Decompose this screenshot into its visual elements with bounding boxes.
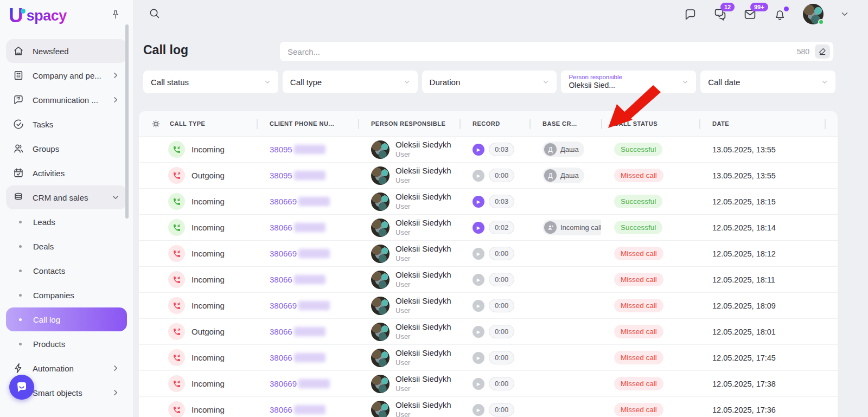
column-header-client-phone-nu[interactable]: CLIENT PHONE NU... (257, 111, 358, 136)
responsible-name: Oleksii Siedykh (395, 165, 451, 176)
play-record-button[interactable]: ▶ (473, 196, 484, 208)
table-row[interactable]: Incoming 380669 Oleksii Siedykh User ▶ 0… (139, 371, 838, 397)
phone-number-link[interactable]: 38095 (270, 171, 292, 180)
play-record-button[interactable]: ▶ (473, 144, 484, 156)
sidebar-item-company-and-pe[interactable]: Company and pe... (6, 63, 127, 87)
chevron-right-icon (111, 70, 120, 80)
responsible-avatar (371, 140, 390, 159)
column-header-record[interactable]: RECORD (459, 111, 529, 136)
call-duration: 0:02 (489, 221, 514, 234)
bullet-icon (19, 343, 22, 345)
table-row[interactable]: Incoming 380669 Oleksii Siedykh User ▶ 0… (139, 293, 838, 319)
sidebar-item-communication[interactable]: Communication ... (6, 88, 127, 112)
play-record-button[interactable]: ▶ (473, 222, 484, 234)
responsible-name: Oleksii Siedykh (395, 139, 451, 150)
call-status-badge: Missed call (614, 403, 663, 416)
profile-chevron-down-icon[interactable] (840, 9, 850, 19)
call-status-badge: Missed call (614, 169, 663, 182)
filter-call-type[interactable]: Call type (283, 70, 418, 93)
base-chip[interactable]: Д Даша (542, 142, 584, 157)
play-record-button[interactable]: ▶ (473, 248, 484, 260)
clear-filters-button[interactable] (815, 44, 830, 59)
phone-incoming-icon (168, 141, 185, 158)
column-header-date[interactable]: DATE (699, 111, 825, 136)
play-record-button[interactable]: ▶ (473, 326, 484, 338)
table-row[interactable]: Outgoing 38066 Oleksii Siedykh User ▶ 0:… (139, 319, 838, 345)
table-row[interactable]: Outgoing 38095 Oleksii Siedykh User ▶ 0:… (139, 163, 838, 189)
phone-number-link[interactable]: 380669 (270, 379, 297, 388)
messengers-icon[interactable]: 12 (713, 8, 727, 21)
phone-number-link[interactable]: 38066 (270, 353, 292, 362)
sidebar-item-tasks[interactable]: Tasks (6, 112, 127, 136)
results-count: 580 (797, 47, 809, 56)
call-status-badge: Missed call (614, 299, 663, 312)
table-row[interactable]: Incoming 38066 Oleksii Siedykh User ▶ 0:… (139, 267, 838, 293)
column-header-base-cr[interactable]: BASE CR... (529, 111, 601, 136)
bullet-icon (19, 294, 22, 297)
base-chip[interactable]: Д Даша (542, 168, 584, 183)
filter-person-responsible[interactable]: Person responsible Oleksii Sied... (561, 70, 696, 93)
play-record-button[interactable]: ▶ (473, 274, 484, 286)
search-input[interactable] (288, 47, 797, 56)
play-record-button[interactable]: ▶ (473, 300, 484, 312)
redacted-phone-blur (294, 327, 326, 336)
filters-bar: Call status Call type Duration Person re… (143, 70, 835, 93)
sidebar-scrollbar[interactable] (125, 24, 129, 219)
responsible-role: User (395, 410, 451, 417)
base-chip[interactable]: Incoming call 3 (542, 220, 601, 235)
filter-call-status[interactable]: Call status (143, 70, 278, 93)
sidebar-item-products[interactable]: Products (6, 332, 127, 356)
phone-number-link[interactable]: 380669 (270, 197, 297, 206)
column-header-call-type[interactable]: CALL TYPE (139, 111, 257, 136)
responsible-name: Oleksii Siedykh (395, 243, 451, 254)
sidebar-item-companies[interactable]: Companies (6, 283, 127, 307)
phone-number-link[interactable]: 380669 (270, 301, 297, 310)
responsible-role: User (395, 228, 451, 238)
sidebar-item-crm-and-sales[interactable]: CRM and sales (6, 185, 127, 209)
filter-call-date[interactable]: Call date (700, 70, 835, 93)
search-icon[interactable] (148, 7, 161, 22)
phone-number-link[interactable]: 38095 (270, 145, 292, 154)
mail-icon[interactable]: 99+ (743, 8, 757, 21)
sidebar-item-activities[interactable]: Activities (6, 161, 127, 185)
responsible-role: User (395, 332, 451, 342)
sidebar-item-newsfeed[interactable]: Newsfeed (6, 39, 127, 63)
table-row[interactable]: Incoming 38066 Oleksii Siedykh User ▶ 0:… (139, 397, 838, 417)
bell-icon[interactable] (773, 8, 787, 21)
call-type-label: Outgoing (192, 171, 225, 180)
filter-duration[interactable]: Duration (422, 70, 557, 93)
play-record-button[interactable]: ▶ (473, 170, 484, 182)
column-header-person-responsible[interactable]: PERSON RESPONSIBLE (358, 111, 459, 136)
table-header-row: CALL TYPECLIENT PHONE NU...PERSON RESPON… (139, 111, 838, 137)
user-avatar[interactable] (803, 4, 824, 24)
phone-number-link[interactable]: 38066 (270, 405, 292, 414)
responsible-name: Oleksii Siedykh (395, 348, 451, 358)
table-row[interactable]: Incoming 380669 Oleksii Siedykh User ▶ 0… (139, 241, 838, 267)
sidebar-item-contacts[interactable]: Contacts (6, 259, 127, 283)
calendar-icon (12, 167, 24, 179)
play-record-button[interactable]: ▶ (473, 378, 484, 390)
phone-number-link[interactable]: 38066 (270, 327, 292, 336)
call-status-badge: Missed call (614, 247, 663, 260)
sidebar-item-groups[interactable]: Groups (6, 137, 127, 161)
sidebar-item-leads[interactable]: Leads (6, 210, 127, 234)
table-row[interactable]: Incoming 380669 Oleksii Siedykh User ▶ 0… (139, 189, 838, 215)
chat-icon[interactable] (684, 8, 697, 21)
table-row[interactable]: Incoming 38066 Oleksii Siedykh User ▶ 0:… (139, 215, 838, 241)
table-settings-icon[interactable] (151, 119, 161, 129)
play-record-button[interactable]: ▶ (473, 352, 484, 364)
sidebar-item-deals[interactable]: Deals (6, 234, 127, 258)
phone-number-link[interactable]: 38066 (270, 275, 292, 284)
column-divider (825, 119, 826, 129)
table-row[interactable]: Incoming 38095 Oleksii Siedykh User ▶ 0:… (139, 137, 838, 163)
pin-icon[interactable] (110, 9, 121, 22)
bolt-icon (12, 362, 24, 374)
column-header-call-status[interactable]: CALL STATUS (601, 111, 699, 136)
play-record-button[interactable]: ▶ (473, 404, 484, 416)
support-chat-button[interactable] (9, 375, 34, 400)
uspacy-logo[interactable]: U spacy (9, 7, 67, 24)
phone-number-link[interactable]: 38066 (270, 223, 292, 232)
table-row[interactable]: Incoming 38066 Oleksii Siedykh User ▶ 0:… (139, 345, 838, 371)
sidebar-item-call-log[interactable]: Call log (6, 307, 127, 331)
phone-number-link[interactable]: 380669 (270, 249, 297, 258)
